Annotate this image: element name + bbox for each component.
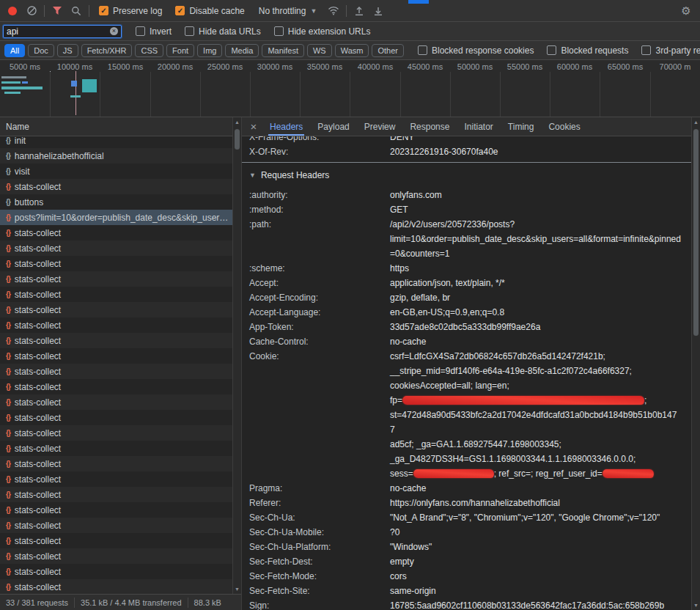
tab-timing[interactable]: Timing — [501, 117, 542, 136]
preserve-log-label: Preserve log — [113, 6, 162, 16]
script-icon: {} — [6, 290, 10, 298]
3rd-party-requests-checkbox[interactable] — [641, 45, 651, 55]
header-name: Referer: — [249, 496, 390, 510]
request-row[interactable]: {}stats-collect — [0, 271, 241, 287]
request-row[interactable]: {}stats-collect — [0, 179, 241, 194]
request-row[interactable]: {}stats-collect — [0, 256, 241, 271]
tab-response[interactable]: Response — [402, 117, 457, 136]
record-button[interactable] — [3, 2, 22, 20]
scroll-up-icon[interactable]: ▲ — [692, 120, 700, 125]
tab-cookies[interactable]: Cookies — [541, 117, 587, 136]
request-row[interactable]: {}stats-collect — [0, 240, 241, 256]
header-name: Sec-Ch-Ua: — [249, 510, 390, 525]
request-row[interactable]: {}stats-collect — [0, 502, 241, 518]
request-row[interactable]: {}stats-collect — [0, 533, 241, 548]
request-row[interactable]: {}stats-collect — [0, 394, 241, 410]
type-chip-img[interactable]: Img — [197, 44, 222, 57]
details-scrollbar[interactable]: ▲ ▼ — [691, 117, 700, 610]
request-row[interactable]: {}stats-collect — [0, 579, 241, 594]
request-row[interactable]: {}stats-collect — [0, 302, 241, 317]
request-headers-title: Request Headers — [261, 170, 329, 180]
script-icon: {} — [6, 398, 10, 406]
request-name: stats-collect — [15, 382, 231, 392]
request-row[interactable]: {}stats-collect — [0, 456, 241, 471]
disable-cache-checkbox[interactable] — [175, 6, 185, 15]
request-headers-section[interactable]: ▼ Request Headers — [249, 163, 691, 188]
type-chip-wasm[interactable]: Wasm — [335, 44, 369, 57]
request-row[interactable]: {}stats-collect — [0, 487, 241, 502]
throttling-dropdown[interactable]: No throttling ▼ — [259, 6, 317, 16]
filter-button[interactable] — [48, 2, 67, 20]
network-filter-input[interactable] — [4, 26, 110, 37]
blocked-response-cookies-checkbox[interactable] — [418, 45, 427, 55]
type-chip-doc[interactable]: Doc — [28, 44, 54, 57]
request-row[interactable]: {}stats-collect — [0, 348, 241, 364]
request-list-scrollbar[interactable]: ▲ ▼ — [232, 117, 241, 594]
timeline-gridline — [50, 72, 51, 117]
scroll-down-icon[interactable]: ▼ — [233, 587, 241, 592]
clear-filter-icon[interactable]: × — [110, 27, 118, 35]
request-row[interactable]: {}stats-collect — [0, 548, 241, 564]
request-row[interactable]: {}hannahelizabethofficial — [0, 148, 241, 163]
header-value: same-origin — [390, 584, 691, 598]
request-row[interactable]: {}stats-collect — [0, 564, 241, 579]
request-row[interactable]: {}buttons — [0, 194, 241, 210]
tab-payload[interactable]: Payload — [310, 117, 356, 136]
hide-extension-urls-checkbox[interactable] — [274, 26, 284, 36]
request-row[interactable]: {}stats-collect — [0, 225, 241, 240]
request-row[interactable]: {}stats-collect — [0, 518, 241, 533]
timeline-ruler[interactable]: 5000 ms10000 ms15000 ms20000 ms25000 ms3… — [0, 60, 700, 117]
scroll-down-icon[interactable]: ▼ — [692, 603, 700, 608]
request-row[interactable]: {}stats-collect — [0, 287, 241, 302]
clear-button[interactable] — [22, 2, 41, 20]
scroll-up-icon[interactable]: ▲ — [233, 120, 241, 125]
request-row[interactable]: {}init — [0, 136, 241, 148]
type-chip-fetch-xhr[interactable]: Fetch/XHR — [81, 44, 133, 57]
timeline-gridline — [350, 72, 350, 117]
type-chip-js[interactable]: JS — [57, 44, 78, 57]
scrollbar-thumb[interactable] — [235, 129, 240, 150]
type-chip-all[interactable]: All — [4, 44, 25, 57]
network-conditions-button[interactable] — [324, 2, 343, 20]
import-har-button[interactable] — [369, 2, 388, 20]
filter-input-box: × — [3, 25, 122, 38]
name-column-header[interactable]: Name — [0, 117, 241, 136]
request-name: stats-collect — [15, 228, 231, 238]
request-row[interactable]: {}stats-collect — [0, 333, 241, 348]
request-row[interactable]: {}stats-collect — [0, 441, 241, 456]
request-row[interactable]: {}visit — [0, 163, 241, 179]
request-row[interactable]: {}stats-collect — [0, 410, 241, 425]
request-row[interactable]: {}stats-collect — [0, 471, 241, 487]
type-chip-css[interactable]: CSS — [135, 44, 163, 57]
type-chip-manifest[interactable]: Manifest — [262, 44, 304, 57]
export-har-button[interactable] — [350, 2, 369, 20]
checkbox-label: 3rd-party requests — [655, 45, 700, 56]
request-row[interactable]: {}stats-collect — [0, 425, 241, 441]
requests-count: 33 / 381 requests — [0, 598, 74, 607]
settings-button[interactable]: ⚙ — [677, 2, 696, 20]
close-details-button[interactable]: × — [245, 120, 262, 133]
export-icon — [354, 6, 364, 16]
script-icon: {} — [6, 213, 10, 221]
script-icon: {} — [6, 167, 10, 175]
request-row[interactable]: {}posts?limit=10&order=publish_date_desc… — [0, 210, 241, 225]
header-row: :scheme:https — [249, 261, 691, 276]
preserve-log-checkbox[interactable] — [99, 6, 108, 15]
tab-preview[interactable]: Preview — [357, 117, 403, 136]
header-row: Sec-Ch-Ua-Mobile:?0 — [249, 525, 691, 540]
search-button[interactable] — [67, 2, 86, 20]
invert-checkbox[interactable] — [136, 26, 145, 36]
tab-initiator[interactable]: Initiator — [457, 117, 500, 136]
blocked-requests-checkbox[interactable] — [547, 45, 556, 55]
request-row[interactable]: {}stats-collect — [0, 379, 241, 394]
request-row[interactable]: {}stats-collect — [0, 364, 241, 379]
type-chip-ws[interactable]: WS — [307, 44, 332, 57]
type-chip-other[interactable]: Other — [372, 44, 404, 57]
request-row[interactable]: {}stats-collect — [0, 317, 241, 333]
type-chip-media[interactable]: Media — [225, 44, 259, 57]
hide-data-urls-checkbox[interactable] — [185, 26, 194, 36]
type-chip-font[interactable]: Font — [166, 44, 194, 57]
tab-headers[interactable]: Headers — [262, 117, 310, 136]
checkbox-label: Blocked requests — [561, 45, 628, 56]
scrollbar-thumb[interactable] — [693, 129, 699, 336]
